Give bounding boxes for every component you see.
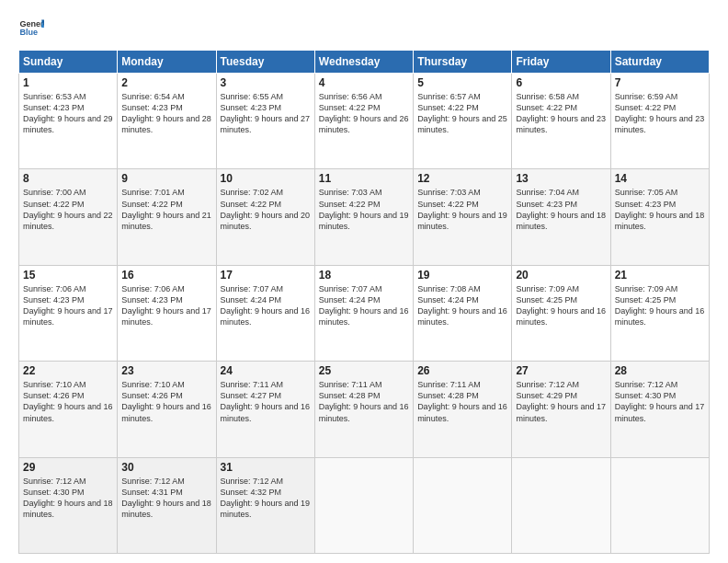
day-info: Sunrise: 7:07 AM Sunset: 4:24 PM Dayligh… bbox=[319, 283, 409, 328]
day-info: Sunrise: 6:55 AM Sunset: 4:23 PM Dayligh… bbox=[221, 91, 311, 136]
calendar-cell: 28 Sunrise: 7:12 AM Sunset: 4:30 PM Dayl… bbox=[610, 362, 709, 457]
day-number: 19 bbox=[417, 269, 507, 282]
svg-text:Blue: Blue bbox=[19, 28, 38, 37]
day-number: 11 bbox=[319, 172, 409, 185]
day-number: 22 bbox=[23, 364, 113, 377]
day-info: Sunrise: 7:01 AM Sunset: 4:22 PM Dayligh… bbox=[121, 187, 211, 232]
calendar-cell: 30 Sunrise: 7:12 AM Sunset: 4:31 PM Dayl… bbox=[118, 457, 216, 553]
day-number: 21 bbox=[615, 269, 705, 282]
calendar-header-thursday: Thursday bbox=[414, 51, 512, 74]
calendar-cell: 23 Sunrise: 7:10 AM Sunset: 4:26 PM Dayl… bbox=[118, 362, 216, 457]
day-number: 26 bbox=[417, 364, 507, 377]
calendar-cell: 15 Sunrise: 7:06 AM Sunset: 4:23 PM Dayl… bbox=[19, 265, 118, 361]
day-info: Sunrise: 7:11 AM Sunset: 4:28 PM Dayligh… bbox=[319, 379, 409, 424]
header: General Blue bbox=[18, 15, 710, 40]
day-info: Sunrise: 6:56 AM Sunset: 4:22 PM Dayligh… bbox=[319, 91, 409, 136]
calendar-header-monday: Monday bbox=[118, 51, 216, 74]
calendar-cell: 8 Sunrise: 7:00 AM Sunset: 4:22 PM Dayli… bbox=[19, 169, 118, 265]
day-info: Sunrise: 7:02 AM Sunset: 4:22 PM Dayligh… bbox=[221, 187, 311, 232]
day-info: Sunrise: 6:58 AM Sunset: 4:22 PM Dayligh… bbox=[516, 91, 606, 136]
calendar-cell bbox=[414, 457, 512, 553]
calendar-cell: 9 Sunrise: 7:01 AM Sunset: 4:22 PM Dayli… bbox=[118, 169, 216, 265]
day-number: 23 bbox=[121, 364, 211, 377]
day-info: Sunrise: 6:53 AM Sunset: 4:23 PM Dayligh… bbox=[23, 91, 113, 136]
calendar-cell: 25 Sunrise: 7:11 AM Sunset: 4:28 PM Dayl… bbox=[314, 362, 413, 457]
day-info: Sunrise: 7:12 AM Sunset: 4:30 PM Dayligh… bbox=[23, 476, 113, 521]
calendar-week-row: 8 Sunrise: 7:00 AM Sunset: 4:22 PM Dayli… bbox=[19, 169, 710, 265]
day-info: Sunrise: 7:06 AM Sunset: 4:23 PM Dayligh… bbox=[23, 283, 113, 328]
day-number: 13 bbox=[516, 172, 606, 185]
day-info: Sunrise: 7:10 AM Sunset: 4:26 PM Dayligh… bbox=[23, 379, 113, 424]
page: General Blue SundayMondayTuesdayWednesda… bbox=[0, 0, 728, 563]
calendar-cell: 27 Sunrise: 7:12 AM Sunset: 4:29 PM Dayl… bbox=[512, 362, 610, 457]
calendar-week-row: 29 Sunrise: 7:12 AM Sunset: 4:30 PM Dayl… bbox=[19, 457, 710, 553]
calendar-cell: 11 Sunrise: 7:03 AM Sunset: 4:22 PM Dayl… bbox=[314, 169, 413, 265]
day-number: 5 bbox=[417, 76, 507, 89]
calendar-week-row: 1 Sunrise: 6:53 AM Sunset: 4:23 PM Dayli… bbox=[19, 74, 710, 169]
calendar-cell: 12 Sunrise: 7:03 AM Sunset: 4:22 PM Dayl… bbox=[414, 169, 512, 265]
day-info: Sunrise: 7:08 AM Sunset: 4:24 PM Dayligh… bbox=[417, 283, 507, 328]
calendar-cell: 22 Sunrise: 7:10 AM Sunset: 4:26 PM Dayl… bbox=[19, 362, 118, 457]
day-number: 6 bbox=[516, 76, 606, 89]
day-info: Sunrise: 7:11 AM Sunset: 4:28 PM Dayligh… bbox=[417, 379, 507, 424]
calendar-cell: 2 Sunrise: 6:54 AM Sunset: 4:23 PM Dayli… bbox=[118, 74, 216, 169]
calendar-cell: 20 Sunrise: 7:09 AM Sunset: 4:25 PM Dayl… bbox=[512, 265, 610, 361]
day-info: Sunrise: 6:54 AM Sunset: 4:23 PM Dayligh… bbox=[121, 91, 211, 136]
calendar-header-tuesday: Tuesday bbox=[216, 51, 314, 74]
calendar-cell: 16 Sunrise: 7:06 AM Sunset: 4:23 PM Dayl… bbox=[118, 265, 216, 361]
calendar-table: SundayMondayTuesdayWednesdayThursdayFrid… bbox=[18, 50, 710, 554]
day-info: Sunrise: 7:12 AM Sunset: 4:32 PM Dayligh… bbox=[221, 476, 311, 521]
day-number: 28 bbox=[615, 364, 705, 377]
calendar-cell: 4 Sunrise: 6:56 AM Sunset: 4:22 PM Dayli… bbox=[314, 74, 413, 169]
day-number: 27 bbox=[516, 364, 606, 377]
day-info: Sunrise: 7:05 AM Sunset: 4:23 PM Dayligh… bbox=[615, 187, 705, 232]
day-number: 3 bbox=[221, 76, 311, 89]
calendar-cell: 17 Sunrise: 7:07 AM Sunset: 4:24 PM Dayl… bbox=[216, 265, 314, 361]
day-info: Sunrise: 6:57 AM Sunset: 4:22 PM Dayligh… bbox=[417, 91, 507, 136]
calendar-cell bbox=[512, 457, 610, 553]
day-info: Sunrise: 7:07 AM Sunset: 4:24 PM Dayligh… bbox=[221, 283, 311, 328]
calendar-cell: 7 Sunrise: 6:59 AM Sunset: 4:22 PM Dayli… bbox=[610, 74, 709, 169]
calendar-cell bbox=[610, 457, 709, 553]
day-number: 7 bbox=[615, 76, 705, 89]
day-info: Sunrise: 7:00 AM Sunset: 4:22 PM Dayligh… bbox=[23, 187, 113, 232]
day-number: 29 bbox=[23, 461, 113, 474]
calendar-cell: 6 Sunrise: 6:58 AM Sunset: 4:22 PM Dayli… bbox=[512, 74, 610, 169]
day-number: 24 bbox=[221, 364, 311, 377]
calendar-cell: 19 Sunrise: 7:08 AM Sunset: 4:24 PM Dayl… bbox=[414, 265, 512, 361]
calendar-header-saturday: Saturday bbox=[610, 51, 709, 74]
day-info: Sunrise: 7:09 AM Sunset: 4:25 PM Dayligh… bbox=[516, 283, 606, 328]
svg-text:General: General bbox=[19, 19, 44, 29]
calendar-cell: 14 Sunrise: 7:05 AM Sunset: 4:23 PM Dayl… bbox=[610, 169, 709, 265]
day-number: 31 bbox=[221, 461, 311, 474]
day-info: Sunrise: 7:09 AM Sunset: 4:25 PM Dayligh… bbox=[615, 283, 705, 328]
day-number: 17 bbox=[221, 269, 311, 282]
day-number: 1 bbox=[23, 76, 113, 89]
calendar-week-row: 15 Sunrise: 7:06 AM Sunset: 4:23 PM Dayl… bbox=[19, 265, 710, 361]
day-info: Sunrise: 7:04 AM Sunset: 4:23 PM Dayligh… bbox=[516, 187, 606, 232]
calendar-week-row: 22 Sunrise: 7:10 AM Sunset: 4:26 PM Dayl… bbox=[19, 362, 710, 457]
day-number: 15 bbox=[23, 269, 113, 282]
calendar-header-friday: Friday bbox=[512, 51, 610, 74]
calendar-cell: 3 Sunrise: 6:55 AM Sunset: 4:23 PM Dayli… bbox=[216, 74, 314, 169]
day-info: Sunrise: 7:12 AM Sunset: 4:30 PM Dayligh… bbox=[615, 379, 705, 424]
day-info: Sunrise: 6:59 AM Sunset: 4:22 PM Dayligh… bbox=[615, 91, 705, 136]
day-number: 8 bbox=[23, 172, 113, 185]
calendar-cell: 5 Sunrise: 6:57 AM Sunset: 4:22 PM Dayli… bbox=[414, 74, 512, 169]
day-number: 2 bbox=[121, 76, 211, 89]
calendar-header-row: SundayMondayTuesdayWednesdayThursdayFrid… bbox=[19, 51, 710, 74]
day-info: Sunrise: 7:10 AM Sunset: 4:26 PM Dayligh… bbox=[121, 379, 211, 424]
day-number: 12 bbox=[417, 172, 507, 185]
calendar-header-sunday: Sunday bbox=[19, 51, 118, 74]
day-info: Sunrise: 7:03 AM Sunset: 4:22 PM Dayligh… bbox=[319, 187, 409, 232]
calendar-cell: 24 Sunrise: 7:11 AM Sunset: 4:27 PM Dayl… bbox=[216, 362, 314, 457]
calendar-cell: 13 Sunrise: 7:04 AM Sunset: 4:23 PM Dayl… bbox=[512, 169, 610, 265]
calendar-header-wednesday: Wednesday bbox=[314, 51, 413, 74]
calendar-cell bbox=[314, 457, 413, 553]
day-number: 10 bbox=[221, 172, 311, 185]
logo: General Blue bbox=[18, 15, 44, 40]
calendar-cell: 21 Sunrise: 7:09 AM Sunset: 4:25 PM Dayl… bbox=[610, 265, 709, 361]
day-number: 20 bbox=[516, 269, 606, 282]
day-number: 9 bbox=[121, 172, 211, 185]
day-number: 14 bbox=[615, 172, 705, 185]
